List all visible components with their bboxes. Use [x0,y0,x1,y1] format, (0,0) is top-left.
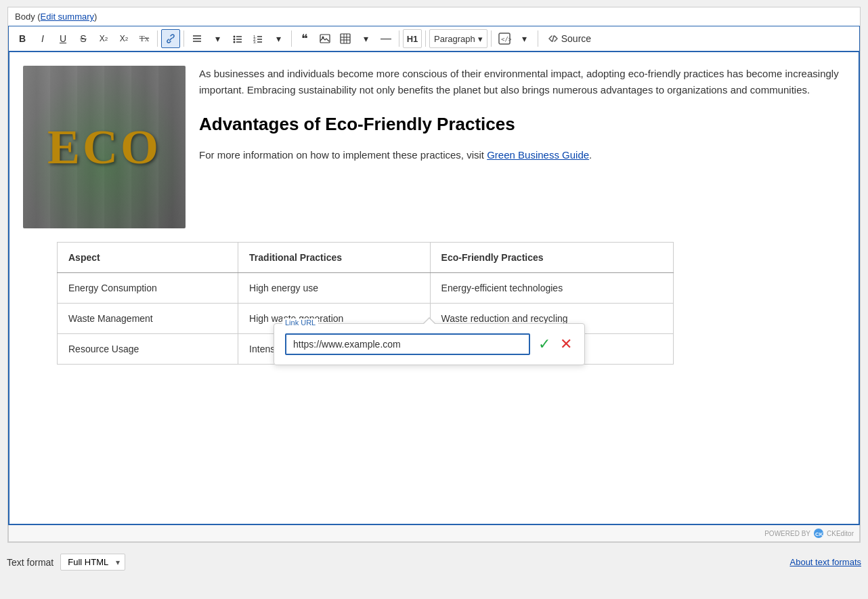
link-prefix: For more information on how to implement… [199,149,487,161]
link-icon [165,33,176,44]
text-format-label: Text format [7,557,53,568]
svg-rect-17 [341,34,350,43]
bullet-list-icon [232,33,243,44]
row1-aspect: Energy Consumption [58,273,238,304]
eco-image: ECO [23,66,186,228]
special-icon-1: </> [498,32,511,45]
numbered-list-dropdown-button[interactable]: ▾ [269,29,288,48]
image-button[interactable] [316,29,334,48]
row1-traditional: High energy use [238,273,431,304]
editor-wrapper: Body (Edit summary) B I U S X2 X2 Tx ▾ [7,7,861,543]
hr-button[interactable]: — [376,29,395,48]
align-icon [192,33,202,44]
intro-content: As businesses and individuals become mor… [199,66,845,228]
paragraph-dropdown[interactable]: Paragraph ▾ [429,29,487,48]
section-heading: Advantages of Eco-Friendly Practices [199,110,845,139]
image-icon [320,33,330,44]
svg-point-4 [234,39,236,41]
eco-letters: ECO [47,119,161,175]
paragraph-label: Paragraph [434,34,475,44]
link-cancel-button[interactable]: ✕ [559,334,573,354]
text-format-select-wrapper: Full HTML [60,554,125,571]
toolbar-separator-3 [291,30,292,47]
col-ecofriendly: Eco-Friendly Practices [430,243,673,273]
link-confirm-button[interactable]: ✓ [537,334,552,354]
link-popup-label: Link URL [282,318,318,327]
special-dropdown-button[interactable]: ▾ [515,29,534,48]
paragraph-dropdown-arrow: ▾ [478,34,483,44]
numbered-list-icon: 1. 2. 3. [253,33,263,44]
toolbar-separator-2 [183,30,184,47]
svg-text:CK: CK [815,531,823,537]
row3-aspect: Resource Usage [58,334,238,365]
link-paragraph: For more information on how to implement… [199,147,845,163]
powered-by-label: POWERED BY [764,530,810,537]
row1-eco: Energy-efficient technologies [430,273,673,304]
subscript-button[interactable]: X2 [114,29,133,48]
bottom-bar: Text format Full HTML About text formats [7,550,861,575]
align-button[interactable] [188,29,207,48]
popup-arrow-inner [423,318,435,325]
ckeditor-logo: CK [813,528,824,539]
clear-format-button[interactable]: Tx [135,29,154,48]
align-dropdown-button[interactable]: ▾ [208,29,227,48]
svg-point-5 [234,41,236,43]
bullet-list-button[interactable] [228,29,247,48]
table-icon [340,33,351,44]
ck-label: CKEditor [827,530,854,537]
toolbar-separator-4 [399,30,399,47]
svg-point-3 [234,36,236,38]
text-format-group: Text format Full HTML [7,554,125,571]
bold-button[interactable]: B [13,29,32,48]
content-top: ECO As businesses and individuals become… [23,66,845,228]
svg-rect-15 [320,35,330,43]
source-button[interactable]: Source [542,30,597,47]
ck-brand: POWERED BY CK CKEditor [764,528,854,539]
editor-content[interactable]: ECO As businesses and individuals become… [8,51,860,525]
editor-toolbar: B I U S X2 X2 Tx ▾ [8,26,860,51]
table-dropdown-button[interactable]: ▾ [356,29,375,48]
toolbar-separator-7 [538,30,538,47]
table-row: Energy Consumption High energy use Energ… [58,273,674,304]
table-button[interactable] [336,29,355,48]
table-header: Aspect Traditional Practices Eco-Friendl… [58,243,674,273]
about-formats-link[interactable]: About text formats [790,557,862,567]
link-popup: Link URL ✓ ✕ [274,323,585,365]
link-button[interactable] [161,29,180,48]
toolbar-separator-1 [157,30,158,47]
toolbar-separator-6 [491,30,492,47]
link-suffix: . [589,149,592,161]
blockquote-button[interactable]: ❝ [295,29,314,48]
underline-button[interactable]: U [53,29,72,48]
toolbar-separator-5 [425,30,426,47]
source-label: Source [561,33,591,44]
special-button-1[interactable]: </> [495,29,514,48]
body-label-text: Body [15,12,35,22]
green-business-link[interactable]: Green Business Guide [487,149,589,161]
row2-aspect: Waste Management [58,304,238,334]
editor-footer: POWERED BY CK CKEditor [8,525,860,542]
table-header-row: Aspect Traditional Practices Eco-Friendl… [58,243,674,273]
intro-paragraph: As businesses and individuals become mor… [199,66,845,98]
col-aspect: Aspect [58,243,238,273]
col-traditional: Traditional Practices [238,243,431,273]
svg-text:3.: 3. [253,40,257,44]
body-label: Body (Edit summary) [8,7,860,26]
heading-button[interactable]: H1 [403,29,422,48]
text-format-select[interactable]: Full HTML [60,554,125,571]
superscript-button[interactable]: X2 [94,29,113,48]
link-url-input[interactable] [285,333,530,355]
numbered-list-button[interactable]: 1. 2. 3. [248,29,267,48]
source-icon [548,33,559,44]
strikethrough-button[interactable]: S [74,29,93,48]
svg-text:</>: </> [501,36,511,43]
edit-summary-link[interactable]: Edit summary [41,12,94,22]
italic-button[interactable]: I [33,29,52,48]
